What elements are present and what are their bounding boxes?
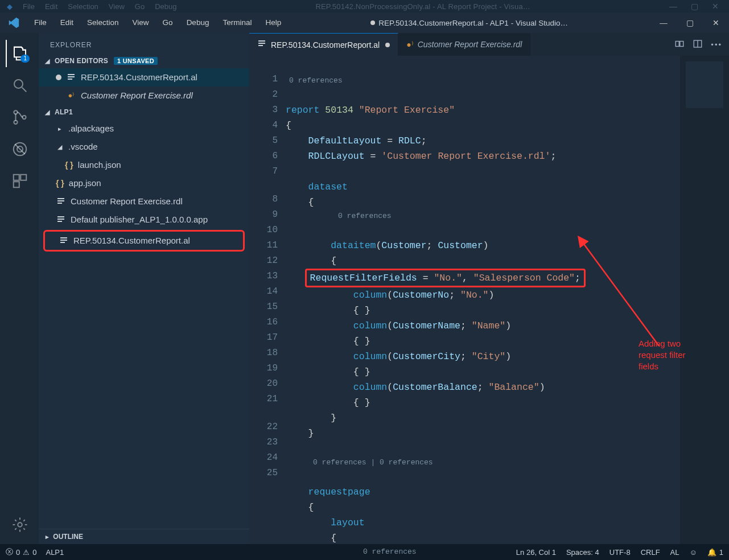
file-icon <box>56 215 66 224</box>
svg-point-1 <box>14 110 17 114</box>
file-item[interactable]: Default publisher_ALP1_1.0.0.0.app <box>39 211 249 229</box>
warning-icon: ⚠ <box>23 548 30 557</box>
menu-debug[interactable]: Debug <box>180 13 216 33</box>
svg-point-2 <box>14 121 17 124</box>
window-controls: ― ▢ ✕ <box>650 13 729 33</box>
activity-settings-icon[interactable] <box>6 511 33 538</box>
vscode-logo <box>0 17 27 29</box>
annotation-arrow <box>574 232 665 352</box>
svg-rect-11 <box>680 41 683 46</box>
modified-dot-icon <box>56 75 61 80</box>
json-file-icon: { } <box>65 158 73 172</box>
project-section[interactable]: ◢ ALP1 <box>39 105 249 120</box>
rdl-file-icon: ●⁾ <box>406 40 413 49</box>
menu-file[interactable]: File <box>27 13 53 33</box>
svg-rect-6 <box>14 175 19 180</box>
file-item[interactable]: Customer Report Exercise.rdl <box>39 192 249 211</box>
window-title: REP.50134.CustomerReport.al - ALP1 - Vis… <box>288 19 650 27</box>
file-icon <box>59 236 69 245</box>
annotation-text: Adding two request filter fields <box>639 338 686 372</box>
file-item[interactable]: { } app.json <box>39 174 249 192</box>
codelens[interactable]: 0 references <box>286 210 677 223</box>
svg-line-13 <box>579 238 659 346</box>
sidebar-header: EXPLORER <box>39 33 249 53</box>
vscode-window: File Edit Selection View Go Debug Termin… <box>0 13 729 560</box>
open-editor-item[interactable]: REP.50134.CustomerReport.al <box>39 68 249 87</box>
titlebar: File Edit Selection View Go Debug Termin… <box>0 13 729 33</box>
close-button[interactable]: ✕ <box>703 13 729 33</box>
code-editor[interactable]: 0 references report 50134 "Report Exerci… <box>285 56 680 544</box>
chevron-down-icon: ◢ <box>43 109 51 116</box>
file-item[interactable]: { } launch.json <box>39 156 249 174</box>
file-item-highlighted[interactable]: REP.50134.CustomerReport.al <box>45 232 243 250</box>
folder-item[interactable]: ◢ .vscode <box>39 138 249 156</box>
background-window-titlebar: ◆ File Edit Selection View Go Debug REP.… <box>0 0 729 13</box>
minimize-button[interactable]: ― <box>650 13 677 33</box>
chevron-right-icon: ▸ <box>56 122 64 135</box>
more-actions-icon[interactable]: ••• <box>711 40 722 49</box>
svg-point-0 <box>14 80 23 88</box>
svg-rect-7 <box>20 175 26 180</box>
activity-debug-icon[interactable] <box>6 135 33 163</box>
explorer-badge: 1 <box>20 55 30 63</box>
activity-scm-icon[interactable] <box>6 104 33 131</box>
split-editor-icon[interactable] <box>693 39 703 51</box>
editor-area: REP.50134.CustomerReport.al ●⁾ Customer … <box>249 33 729 544</box>
json-file-icon: { } <box>56 176 64 190</box>
tab-bar: REP.50134.CustomerReport.al ●⁾ Customer … <box>249 33 729 56</box>
file-icon <box>56 197 66 206</box>
modified-dot-icon <box>385 43 390 47</box>
svg-point-3 <box>22 116 26 119</box>
maximize-button[interactable]: ▢ <box>677 13 703 33</box>
unsaved-badge: 1 UNSAVED <box>114 57 158 65</box>
codelens[interactable]: 0 references <box>286 75 677 87</box>
modified-dot-icon <box>370 20 375 25</box>
svg-rect-8 <box>14 182 19 187</box>
rdl-file-icon: ●⁾ <box>66 89 76 102</box>
minimap[interactable] <box>680 56 729 544</box>
svg-rect-10 <box>676 41 679 46</box>
activity-extensions-icon[interactable] <box>6 167 33 195</box>
menu-help[interactable]: Help <box>258 13 288 33</box>
chevron-down-icon: ◢ <box>43 57 51 65</box>
folder-item[interactable]: ▸ .alpackages <box>39 120 249 138</box>
menu-terminal[interactable]: Terminal <box>216 13 258 33</box>
sidebar-explorer: EXPLORER ◢ OPEN EDITORS 1 UNSAVED REP.50… <box>39 33 249 544</box>
open-editor-item[interactable]: ●⁾ Customer Report Exercise.rdl <box>39 87 249 105</box>
compare-changes-icon[interactable] <box>674 39 685 51</box>
status-feedback-icon[interactable]: ☺ <box>689 548 697 557</box>
outline-section[interactable]: ▸ OUTLINE <box>39 529 249 544</box>
editor-tab[interactable]: REP.50134.CustomerReport.al <box>249 33 398 56</box>
menu-view[interactable]: View <box>126 13 156 33</box>
activity-bar: 1 <box>0 33 39 544</box>
menu-go[interactable]: Go <box>156 13 180 33</box>
open-editors-section[interactable]: ◢ OPEN EDITORS 1 UNSAVED <box>39 53 249 68</box>
bell-icon: 🔔 <box>707 548 716 557</box>
codelens[interactable]: 0 references | 0 references <box>286 456 677 469</box>
menu-edit[interactable]: Edit <box>53 13 80 33</box>
main-menu: File Edit Selection View Go Debug Termin… <box>27 13 288 33</box>
status-problems[interactable]: ⓧ0 ⚠0 <box>6 547 36 557</box>
activity-explorer-icon[interactable]: 1 <box>6 40 33 67</box>
status-project[interactable]: ALP1 <box>46 548 64 557</box>
annotation-highlight-line: RequestFilterFields = "No.", "Salesperso… <box>305 269 586 287</box>
chevron-down-icon: ◢ <box>56 140 64 154</box>
chevron-right-icon: ▸ <box>43 533 51 541</box>
activity-search-icon[interactable] <box>6 72 33 99</box>
codelens[interactable]: 0 references <box>286 546 677 558</box>
editor-tab[interactable]: ●⁾ Customer Report Exercise.rdl <box>398 33 530 56</box>
file-icon <box>66 73 76 82</box>
line-number-gutter: 1 2 3 4 5 6 7 8 9 10 11 12 13 14 15 16 1… <box>249 56 285 544</box>
menu-selection[interactable]: Selection <box>80 13 126 33</box>
svg-point-9 <box>18 522 22 527</box>
status-notifications[interactable]: 🔔1 <box>707 548 723 557</box>
annotation-highlight-file: REP.50134.CustomerReport.al <box>43 230 245 252</box>
error-icon: ⓧ <box>6 547 13 557</box>
file-icon <box>257 39 266 50</box>
